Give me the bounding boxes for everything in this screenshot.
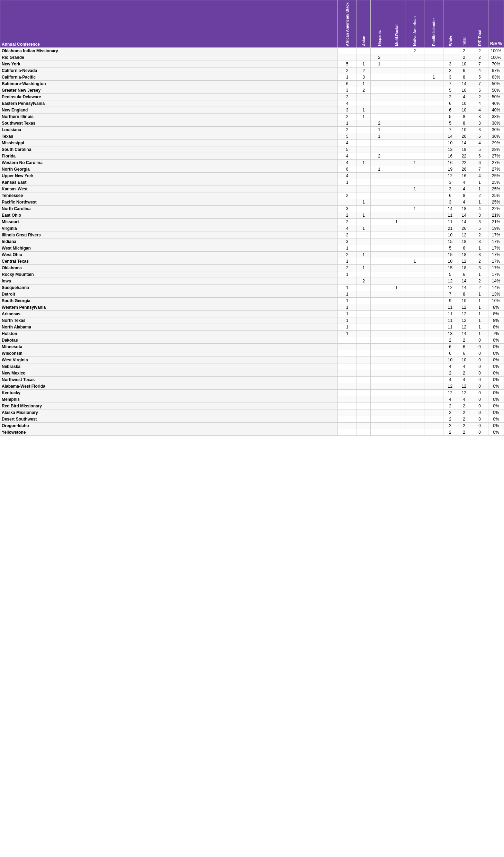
- cell-hispanic: 1: [371, 133, 388, 140]
- cell-re_pct: 8%: [488, 317, 504, 324]
- cell-native_american: [405, 350, 424, 357]
- table-row: California-Pacific13138563%: [0, 74, 504, 81]
- cell-multi_racial: [388, 252, 405, 258]
- cell-conference: Dakotas: [0, 337, 338, 344]
- table-row: Alaska Missionary2200%: [0, 409, 504, 416]
- cell-hispanic: [371, 225, 388, 232]
- cell-pacific_islander: [424, 252, 443, 258]
- cell-white: 10: [443, 357, 457, 363]
- cell-white: 2: [443, 370, 457, 377]
- cell-total: 14: [457, 81, 471, 87]
- cell-asian: [357, 54, 371, 61]
- cell-conference: Oklahoma: [0, 265, 338, 271]
- cell-native_american: 1: [405, 160, 424, 166]
- cell-native_american: 1: [405, 206, 424, 212]
- cell-pacific_islander: [424, 409, 443, 416]
- cell-total: 6: [457, 350, 471, 357]
- cell-african_american: [338, 337, 357, 344]
- cell-conference: Susquehanna: [0, 285, 338, 291]
- cell-native_american: [405, 153, 424, 160]
- cell-hispanic: [371, 285, 388, 291]
- cell-total: 12: [457, 232, 471, 238]
- cell-pacific_islander: [424, 107, 443, 114]
- cell-multi_racial: [388, 370, 405, 377]
- cell-hispanic: 2: [371, 120, 388, 127]
- cell-white: 11: [443, 311, 457, 317]
- cell-native_american: [405, 120, 424, 127]
- conference-header: Annual Conference: [0, 0, 338, 48]
- cell-conference: West Michigan: [0, 245, 338, 252]
- cell-conference: South Carolina: [0, 146, 338, 153]
- cell-pacific_islander: [424, 219, 443, 225]
- cell-asian: [357, 140, 371, 146]
- cell-multi_racial: [388, 245, 405, 252]
- cell-african_american: 1: [338, 331, 357, 337]
- cell-re_pct: 13%: [488, 291, 504, 298]
- multi-racial-header: Multi-Racial: [388, 0, 405, 48]
- cell-african_american: 4: [338, 173, 357, 179]
- cell-total: 10: [457, 107, 471, 114]
- cell-multi_racial: [388, 54, 405, 61]
- cell-asian: [357, 173, 371, 179]
- cell-re_total: 0: [471, 370, 488, 377]
- cell-asian: [357, 133, 371, 140]
- cell-total: 26: [457, 225, 471, 232]
- cell-multi_racial: [388, 74, 405, 81]
- cell-pacific_islander: [424, 225, 443, 232]
- cell-multi_racial: [388, 87, 405, 94]
- cell-conference: Greater New Jersey: [0, 87, 338, 94]
- cell-multi_racial: [388, 317, 405, 324]
- cell-african_american: 2: [338, 94, 357, 100]
- cell-african_american: [338, 390, 357, 396]
- table-row: Greater New Jersey32510550%: [0, 87, 504, 94]
- table-row: Oklahoma211518317%: [0, 265, 504, 271]
- cell-re_total: 3: [471, 219, 488, 225]
- cell-native_american: [405, 416, 424, 423]
- table-row: New York511310770%: [0, 61, 504, 67]
- cell-multi_racial: [388, 146, 405, 153]
- table-row: Oklahoma Indian Missionary222100%: [0, 48, 504, 54]
- cell-total: 2: [457, 416, 471, 423]
- cell-pacific_islander: [424, 423, 443, 429]
- cell-native_american: [405, 192, 424, 199]
- cell-multi_racial: [388, 304, 405, 311]
- table-row: Kentucky121200%: [0, 390, 504, 396]
- cell-native_american: [405, 114, 424, 120]
- cell-hispanic: [371, 350, 388, 357]
- cell-hispanic: [371, 331, 388, 337]
- cell-pacific_islander: [424, 344, 443, 350]
- table-row: Northwest Texas4400%: [0, 377, 504, 383]
- cell-african_american: [338, 429, 357, 436]
- cell-total: 10: [457, 298, 471, 304]
- cell-conference: Southwest Texas: [0, 120, 338, 127]
- cell-hispanic: [371, 377, 388, 383]
- cell-pacific_islander: [424, 357, 443, 363]
- cell-re_pct: 0%: [488, 383, 504, 390]
- cell-native_american: [405, 232, 424, 238]
- cell-hispanic: [371, 357, 388, 363]
- cell-conference: Illinois Great Rivers: [0, 232, 338, 238]
- cell-african_american: [338, 383, 357, 390]
- cell-asian: 1: [357, 61, 371, 67]
- cell-re_total: 0: [471, 337, 488, 344]
- cell-white: 2: [443, 337, 457, 344]
- cell-re_total: 1: [471, 298, 488, 304]
- table-row: Yellowstone2200%: [0, 429, 504, 436]
- cell-conference: Rio Grande: [0, 54, 338, 61]
- cell-re_pct: 0%: [488, 337, 504, 344]
- cell-asian: [357, 291, 371, 298]
- cell-native_american: [405, 409, 424, 416]
- cell-african_american: 1: [338, 245, 357, 252]
- cell-native_american: [405, 146, 424, 153]
- hispanic-header-label: Hispanic: [377, 30, 381, 46]
- cell-african_american: [338, 357, 357, 363]
- table-row: Western No Carolina4111622627%: [0, 160, 504, 166]
- cell-re_total: 7: [471, 166, 488, 173]
- table-row: Detroit178113%: [0, 291, 504, 298]
- cell-multi_racial: [388, 337, 405, 344]
- cell-re_pct: 70%: [488, 61, 504, 67]
- cell-white: 11: [443, 324, 457, 331]
- cell-hispanic: [371, 337, 388, 344]
- conference-header-label: Annual Conference: [2, 42, 40, 47]
- cell-multi_racial: 1: [388, 285, 405, 291]
